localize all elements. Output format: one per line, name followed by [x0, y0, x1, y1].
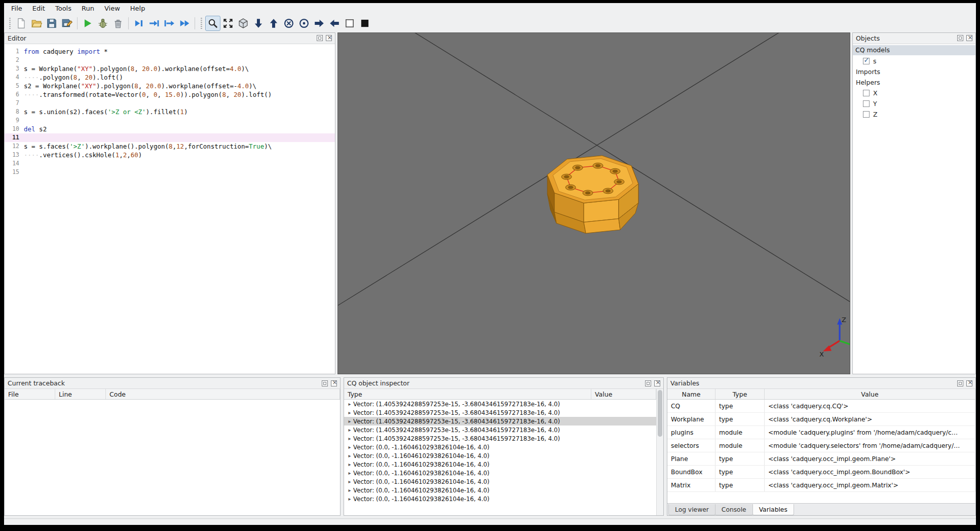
- objects-row-imports[interactable]: Imports: [853, 66, 975, 77]
- view-bottom-button[interactable]: [251, 16, 266, 31]
- view-back-button[interactable]: [296, 16, 312, 31]
- inspector-row[interactable]: ▸Vector: (1.4053924288597253e-15, -3.680…: [344, 408, 656, 417]
- code-line-1[interactable]: 1from cadquery import *: [5, 47, 335, 56]
- code-line-5[interactable]: 5s2 = Workplane("XY").polygon(8, 20.0).w…: [5, 82, 335, 90]
- code-line-13[interactable]: 13····.vertices().cskHole(1,2,60): [5, 151, 335, 159]
- traceback-close-button[interactable]: [331, 380, 337, 386]
- code-line-6[interactable]: 6····.transformed(rotate=Vector(0, 0, 15…: [5, 90, 335, 99]
- code-line-4[interactable]: 4····.polygon(8, 20).loft(): [5, 73, 335, 82]
- code-line-10[interactable]: 10del s2: [5, 125, 335, 133]
- objects-row-z[interactable]: Z: [853, 109, 975, 120]
- save-button[interactable]: [44, 16, 59, 31]
- tab-variables[interactable]: Variables: [752, 504, 794, 515]
- editor-code[interactable]: 1from cadquery import *23s = Workplane("…: [5, 44, 335, 374]
- step-button[interactable]: [131, 16, 146, 31]
- objects-row-helpers[interactable]: Helpers: [853, 77, 975, 88]
- zoom-fit-button[interactable]: [205, 16, 220, 31]
- variables-float-button[interactable]: [957, 380, 963, 386]
- inspector-scrollbar[interactable]: [656, 389, 663, 515]
- editor-float-button[interactable]: [317, 35, 323, 41]
- column-header-line[interactable]: Line: [55, 389, 106, 399]
- checkbox-y[interactable]: [863, 100, 870, 107]
- variables-row-plane[interactable]: Planetype<class 'cadquery.occ_impl.geom.…: [667, 452, 975, 466]
- code-line-2[interactable]: 2: [5, 56, 335, 64]
- view-right-button[interactable]: [312, 16, 327, 31]
- inspector-row[interactable]: ▸Vector: (0.0, -1.1604610293826104e-16, …: [344, 486, 656, 494]
- column-header-value[interactable]: Value: [765, 389, 975, 399]
- debug-button[interactable]: [95, 16, 110, 31]
- objects-row-x[interactable]: X: [853, 88, 975, 98]
- inspector-row[interactable]: ▸Vector: (0.0, -1.1604610293826104e-16, …: [344, 443, 656, 451]
- fit-all-button[interactable]: [220, 16, 236, 31]
- variables-row-selectors[interactable]: selectorsmodule<module 'cadquery.selecto…: [667, 439, 975, 452]
- objects-float-button[interactable]: [957, 35, 963, 41]
- code-line-7[interactable]: 7: [5, 99, 335, 108]
- expand-arrow-icon[interactable]: ▸: [346, 436, 353, 441]
- tab-console[interactable]: Console: [715, 504, 753, 515]
- checkbox-x[interactable]: [863, 90, 870, 96]
- expand-arrow-icon[interactable]: ▸: [346, 418, 353, 424]
- expand-arrow-icon[interactable]: ▸: [346, 496, 353, 502]
- checkbox-z[interactable]: [863, 111, 870, 118]
- scrollbar-thumb[interactable]: [658, 390, 662, 437]
- variables-close-button[interactable]: [966, 380, 972, 386]
- traceback-float-button[interactable]: [322, 380, 328, 386]
- view-front-button[interactable]: [281, 16, 296, 31]
- iso-view-button[interactable]: [236, 16, 251, 31]
- inspector-row[interactable]: ▸Vector: (0.0, -1.1604610293826104e-16, …: [344, 469, 656, 477]
- menu-help[interactable]: Help: [125, 4, 150, 13]
- save-as-button[interactable]: [59, 16, 74, 31]
- expand-arrow-icon[interactable]: ▸: [346, 427, 353, 433]
- code-line-12[interactable]: 12s = s.faces('>Z').workplane().polygon(…: [5, 142, 335, 151]
- expand-arrow-icon[interactable]: ▸: [346, 479, 353, 484]
- shaded-button[interactable]: [357, 16, 372, 31]
- inspector-float-button[interactable]: [645, 380, 651, 386]
- variables-row-cq[interactable]: CQtype<class 'cadquery.cq.CQ'>: [667, 400, 975, 413]
- column-header-file[interactable]: File: [5, 389, 55, 399]
- expand-arrow-icon[interactable]: ▸: [346, 401, 353, 407]
- objects-row-cq-models[interactable]: CQ models: [853, 45, 975, 55]
- menu-view[interactable]: View: [99, 4, 125, 13]
- objects-close-button[interactable]: [966, 35, 972, 41]
- expand-arrow-icon[interactable]: ▸: [346, 487, 353, 493]
- column-header-type[interactable]: Type: [344, 389, 591, 399]
- code-line-3[interactable]: 3s = Workplane("XY").polygon(8, 20.0).wo…: [5, 64, 335, 73]
- checkbox-s[interactable]: [863, 58, 870, 64]
- tab-log-viewer[interactable]: Log viewer: [668, 504, 715, 515]
- view-top-button[interactable]: [266, 16, 281, 31]
- column-header-value[interactable]: Value: [591, 389, 656, 399]
- inspector-row[interactable]: ▸Vector: (1.4053924288597253e-15, -3.680…: [344, 434, 656, 443]
- menu-tools[interactable]: Tools: [50, 4, 77, 13]
- column-header-code[interactable]: Code: [106, 389, 340, 399]
- render-button[interactable]: [80, 16, 95, 31]
- new-file-button[interactable]: [14, 16, 29, 31]
- expand-arrow-icon[interactable]: ▸: [346, 453, 353, 458]
- expand-arrow-icon[interactable]: ▸: [346, 410, 353, 415]
- code-line-11[interactable]: 11: [5, 133, 335, 142]
- inspector-close-button[interactable]: [654, 380, 660, 386]
- inspector-row[interactable]: ▸Vector: (0.0, -1.1604610293826104e-16, …: [344, 477, 656, 486]
- editor-close-button[interactable]: [326, 35, 332, 41]
- view-left-button[interactable]: [327, 16, 342, 31]
- continue-button[interactable]: [177, 16, 192, 31]
- column-header-name[interactable]: Name: [667, 389, 715, 399]
- open-button[interactable]: [29, 16, 44, 31]
- expand-arrow-icon[interactable]: ▸: [346, 462, 353, 467]
- 3d-viewport[interactable]: Z X Y: [337, 32, 850, 375]
- menu-file[interactable]: File: [6, 4, 27, 13]
- menu-run[interactable]: Run: [77, 4, 99, 13]
- inspector-row[interactable]: ▸Vector: (1.4053924288597253e-15, -3.680…: [344, 426, 656, 434]
- step-return-button[interactable]: [162, 16, 177, 31]
- column-header-type[interactable]: Type: [715, 389, 765, 399]
- code-line-15[interactable]: 15: [5, 168, 335, 176]
- menu-edit[interactable]: Edit: [27, 4, 50, 13]
- code-line-9[interactable]: 9: [5, 116, 335, 125]
- objects-row-s[interactable]: s: [853, 56, 975, 66]
- cad-model[interactable]: [547, 156, 638, 233]
- expand-arrow-icon[interactable]: ▸: [346, 470, 353, 476]
- inspector-row[interactable]: ▸Vector: (0.0, -1.1604610293826104e-16, …: [344, 494, 656, 503]
- objects-row-y[interactable]: Y: [853, 98, 975, 109]
- code-line-8[interactable]: 8s = s.union(s2).faces('>Z or <Z').fille…: [5, 108, 335, 116]
- expand-arrow-icon[interactable]: ▸: [346, 444, 353, 450]
- inspector-row[interactable]: ▸Vector: (0.0, -1.1604610293826104e-16, …: [344, 460, 656, 469]
